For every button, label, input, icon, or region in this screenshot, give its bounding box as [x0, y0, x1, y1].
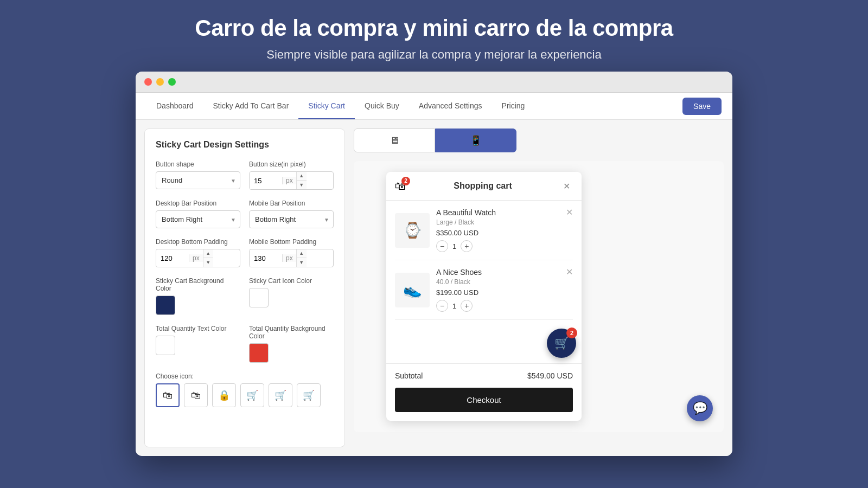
qty-decrease-watch[interactable]: − [436, 240, 448, 252]
device-toggle: 🖥 📱 [354, 129, 516, 152]
form-group-bg-color: Sticky Cart Background Color [156, 277, 240, 315]
icon-option-bag[interactable]: 🛍 [156, 383, 180, 407]
qty-text-color-swatch[interactable] [156, 336, 175, 355]
cart-items: ⌚ A Beautiful Watch Large / Black $350.0… [386, 201, 582, 320]
traffic-light-green[interactable] [168, 78, 176, 86]
form-group-desktop-position: Desktop Bar Position Bottom Right Bottom… [156, 200, 240, 228]
button-shape-label: Button shape [156, 160, 240, 168]
mobile-icon: 📱 [470, 134, 482, 146]
item-name: A Nice Shoes [436, 268, 573, 277]
button-shape-select-wrapper: Round Square ▼ [156, 171, 240, 189]
page-subheadline: Siempre visible para agilizar la compra … [195, 48, 673, 62]
bg-color-label: Sticky Cart Background Color [156, 277, 240, 292]
nav-tabs: Dashboard Sticky Add To Cart Bar Sticky … [146, 93, 682, 119]
form-row-padding: Desktop Bottom Padding px ▲ ▼ Mobile Bot… [156, 238, 334, 267]
item-variant: Large / Black [436, 219, 573, 226]
desktop-padding-up[interactable]: ▲ [203, 249, 213, 258]
mobile-padding-spinners: ▲ ▼ [296, 249, 307, 267]
title-bar [136, 72, 732, 93]
subtotal-value: $549.00 USD [527, 371, 573, 380]
save-button[interactable]: Save [682, 98, 722, 115]
qty-decrease-shoes[interactable]: − [436, 300, 448, 312]
cart-modal: 🛍 2 Shopping cart ✕ ⌚ A Beautiful Watch [386, 172, 582, 421]
mobile-padding-input-wrapper: px ▲ ▼ [249, 249, 334, 267]
form-group-button-size: Button size(in pixel) px ▲ ▼ [249, 160, 334, 190]
mobile-position-select-wrapper: Bottom Right Bottom Left ▼ [249, 210, 334, 228]
icon-option-bag2[interactable]: 🛍 [184, 383, 208, 407]
item-variant: 40.0 / Black [436, 278, 573, 286]
icon-color-swatch[interactable] [249, 288, 269, 307]
form-group-mobile-position: Mobile Bar Position Bottom Right Bottom … [249, 200, 334, 228]
tab-pricing[interactable]: Pricing [492, 93, 535, 119]
qty-bg-color-label: Total Quantity Background Color [249, 325, 334, 340]
mobile-toggle-button[interactable]: 📱 [435, 129, 516, 152]
item-remove-watch[interactable]: ✕ [566, 207, 573, 217]
desktop-position-select-wrapper: Bottom Right Bottom Left ▼ [156, 210, 240, 228]
cart-title: Shopping cart [406, 181, 560, 191]
floating-cart-badge: 2 [566, 328, 577, 338]
form-group-qty-bg-color: Total Quantity Background Color [249, 325, 334, 363]
button-shape-select[interactable]: Round Square [156, 171, 240, 189]
button-size-input-wrapper: px ▲ ▼ [249, 171, 334, 190]
desktop-padding-down[interactable]: ▼ [203, 258, 213, 267]
icon-chooser: Choose icon: 🛍 🛍 🔒 🛒 🛒 🛒 [156, 373, 334, 407]
item-price: $199.00 USD [436, 288, 573, 297]
tab-quick-buy[interactable]: Quick Buy [355, 93, 409, 119]
floating-cart-button[interactable]: 🛒 2 [547, 329, 576, 358]
qty-bg-color-swatch[interactable] [249, 343, 269, 363]
icon-option-cart[interactable]: 🛒 [240, 383, 264, 407]
qty-value-shoes: 1 [452, 302, 456, 310]
desktop-padding-label: Desktop Bottom Padding [156, 238, 240, 246]
item-remove-shoes[interactable]: ✕ [566, 267, 573, 277]
traffic-light-yellow[interactable] [156, 78, 164, 86]
cart-item: 👟 A Nice Shoes 40.0 / Black $199.00 USD … [395, 260, 573, 320]
icon-options: 🛍 🛍 🔒 🛒 🛒 🛒 [156, 383, 334, 407]
checkout-button[interactable]: Checkout [395, 388, 573, 412]
item-qty: − 1 + [436, 240, 573, 252]
desktop-position-select[interactable]: Bottom Right Bottom Left [156, 210, 240, 228]
form-group-desktop-padding: Desktop Bottom Padding px ▲ ▼ [156, 238, 240, 267]
cart-header: 🛍 2 Shopping cart ✕ [386, 172, 582, 201]
choose-icon-label: Choose icon: [156, 373, 334, 380]
button-size-down[interactable]: ▼ [297, 181, 307, 189]
form-group-mobile-padding: Mobile Bottom Padding px ▲ ▼ [249, 238, 334, 267]
qty-value-watch: 1 [452, 242, 456, 251]
nav-bar: Dashboard Sticky Add To Cart Bar Sticky … [136, 93, 732, 120]
tab-advanced-settings[interactable]: Advanced Settings [409, 93, 492, 119]
bg-color-swatch[interactable] [156, 296, 175, 315]
desktop-padding-input[interactable] [156, 250, 189, 267]
item-info-shoes: A Nice Shoes 40.0 / Black $199.00 USD − … [436, 268, 573, 312]
item-name: A Beautiful Watch [436, 208, 573, 217]
page-header: Carro de la compra y mini carro de la co… [184, 0, 684, 72]
qty-increase-watch[interactable]: + [461, 240, 473, 252]
mobile-padding-up[interactable]: ▲ [297, 249, 307, 258]
desktop-icon: 🖥 [390, 135, 399, 146]
icon-color-label: Sticky Cart Icon Color [249, 277, 334, 285]
form-row-button: Button shape Round Square ▼ Button size(… [156, 160, 334, 190]
button-size-input[interactable] [250, 172, 282, 189]
icon-option-lock[interactable]: 🔒 [212, 383, 236, 407]
cart-badge: 2 [401, 177, 410, 185]
page-headline: Carro de la compra y mini carro de la co… [195, 15, 673, 41]
form-group-qty-text-color: Total Quantity Text Color [156, 325, 240, 355]
cart-close-button[interactable]: ✕ [560, 179, 573, 192]
icon-option-cart2[interactable]: 🛒 [269, 383, 292, 407]
tab-sticky-add-to-cart[interactable]: Sticky Add To Cart Bar [203, 93, 299, 119]
mobile-padding-down[interactable]: ▼ [297, 258, 307, 267]
tab-dashboard[interactable]: Dashboard [146, 93, 203, 119]
color-row-qty: Total Quantity Text Color Total Quantity… [156, 325, 334, 363]
desktop-toggle-button[interactable]: 🖥 [354, 129, 435, 152]
item-image-watch: ⌚ [395, 213, 430, 248]
mobile-padding-input[interactable] [250, 250, 282, 267]
chat-support-button[interactable]: 💬 [687, 395, 713, 421]
item-price: $350.00 USD [436, 229, 573, 237]
qty-text-color-label: Total Quantity Text Color [156, 325, 240, 332]
mobile-position-select[interactable]: Bottom Right Bottom Left [249, 210, 334, 228]
button-size-label: Button size(in pixel) [249, 160, 334, 168]
cart-icon-wrapper: 🛍 2 [395, 180, 406, 192]
button-size-up[interactable]: ▲ [297, 172, 307, 181]
traffic-light-red[interactable] [144, 78, 152, 86]
qty-increase-shoes[interactable]: + [461, 300, 473, 312]
tab-sticky-cart[interactable]: Sticky Cart [298, 93, 355, 119]
icon-option-cart3[interactable]: 🛒 [297, 383, 321, 407]
